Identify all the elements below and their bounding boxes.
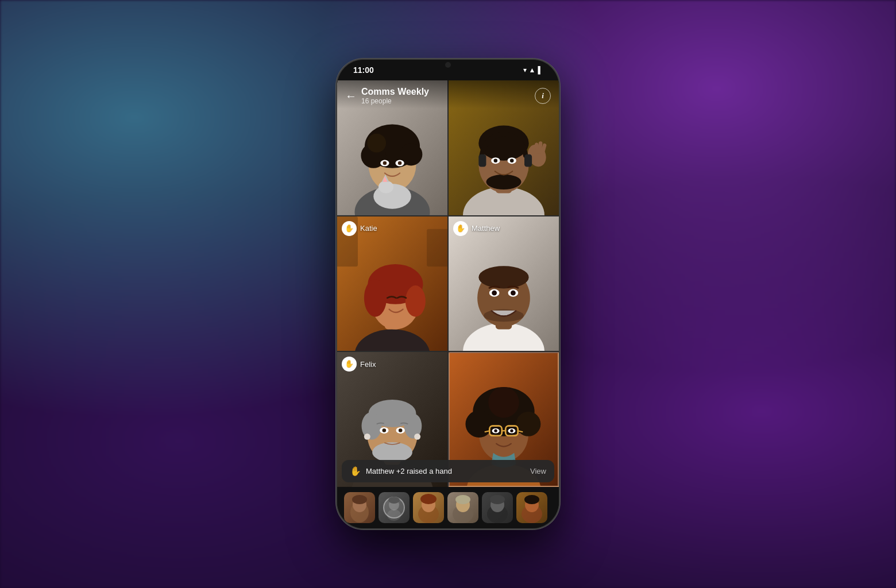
svg-point-88 [388, 497, 400, 504]
svg-point-23 [494, 158, 498, 163]
svg-point-79 [494, 430, 497, 432]
participant-name-katie: Katie [360, 224, 377, 233]
thumb-bg-5 [482, 492, 513, 523]
hand-badge-felix: ✋ [342, 357, 357, 372]
svg-point-25 [510, 158, 514, 163]
svg-point-21 [486, 175, 521, 189]
svg-rect-30 [478, 154, 486, 167]
svg-point-64 [414, 434, 420, 440]
svg-point-84 [352, 495, 367, 504]
participant-label-matthew: ✋ Matthew [453, 221, 500, 236]
status-time: 11:00 [353, 65, 374, 75]
hand-badge-matthew: ✋ [453, 221, 468, 236]
svg-point-63 [364, 434, 370, 440]
svg-rect-40 [427, 229, 447, 266]
thumb-bg-4 [447, 492, 478, 523]
back-button[interactable]: ← [345, 90, 357, 102]
svg-point-7 [367, 134, 386, 153]
svg-point-100 [524, 495, 539, 504]
svg-point-11 [398, 161, 402, 165]
notification-view-button[interactable]: View [530, 467, 546, 475]
thumbnail-6[interactable] [516, 492, 547, 523]
svg-point-47 [492, 290, 497, 295]
svg-point-91 [420, 494, 437, 504]
svg-point-97 [490, 495, 505, 504]
notification-banner: ✋ Matthew +2 raised a hand View [342, 460, 554, 482]
thumb-bg-2 [379, 492, 410, 523]
thumbnail-row [337, 487, 559, 528]
info-button[interactable]: i [535, 88, 551, 104]
camera-notch [445, 62, 451, 68]
svg-point-72 [488, 387, 519, 418]
video-cell-matthew: ✋ Matthew [449, 216, 559, 351]
thumbnail-2[interactable] [379, 492, 410, 523]
signal-icon: ▲ [529, 66, 536, 75]
svg-point-45 [478, 266, 528, 288]
participant-name-matthew: Matthew [472, 224, 500, 233]
thumb-bg-3 [413, 492, 444, 523]
svg-point-49 [511, 290, 516, 295]
svg-point-81 [510, 430, 513, 432]
notification-hand-icon: ✋ [350, 466, 361, 477]
status-bar: 11:00 ▾ ▲ ▌ [337, 60, 559, 80]
phone-shell: 11:00 ▾ ▲ ▌ ← Comms Weekly 16 people [336, 59, 560, 529]
svg-point-13 [379, 181, 393, 194]
status-icons: ▾ ▲ ▌ [523, 66, 543, 75]
thumbnail-3[interactable] [413, 492, 444, 523]
svg-rect-31 [524, 154, 532, 167]
call-title: Comms Weekly [361, 86, 429, 97]
svg-point-60 [383, 428, 387, 432]
call-area: ← Comms Weekly 16 people i [337, 80, 559, 528]
call-subtitle: 16 people [361, 97, 429, 105]
notification-left: ✋ Matthew +2 raised a hand [350, 466, 452, 477]
wifi-icon: ▾ [523, 66, 527, 75]
call-title-group: Comms Weekly 16 people [361, 86, 429, 105]
participant-label-katie: ✋ Katie [342, 221, 377, 236]
svg-point-9 [383, 161, 387, 165]
svg-point-86 [387, 509, 401, 521]
battery-icon: ▌ [538, 66, 543, 75]
video-cell-katie: ✋ Katie [337, 216, 447, 351]
hand-badge-katie: ✋ [342, 221, 357, 236]
thumb-bg-1 [344, 492, 375, 523]
thumbnail-1[interactable] [344, 492, 375, 523]
thumb-bg-6 [516, 492, 547, 523]
svg-point-62 [399, 428, 403, 432]
svg-point-94 [455, 495, 470, 504]
thumbnail-4[interactable] [447, 492, 478, 523]
svg-point-38 [405, 285, 426, 317]
svg-point-70 [465, 411, 492, 438]
call-header: ← Comms Weekly 16 people i [337, 80, 559, 109]
phone-device: 11:00 ▾ ▲ ▌ ← Comms Weekly 16 people [336, 59, 560, 529]
svg-point-50 [484, 309, 524, 322]
video-grid: ✋ Katie [337, 80, 559, 487]
phone-screen: 11:00 ▾ ▲ ▌ ← Comms Weekly 16 people [337, 60, 559, 528]
notification-text: Matthew +2 raised a hand [366, 467, 452, 475]
participant-label-felix: ✋ Felix [342, 357, 376, 372]
header-left: ← Comms Weekly 16 people [345, 86, 429, 105]
svg-point-71 [516, 412, 540, 436]
thumbnail-5[interactable] [482, 492, 513, 523]
svg-point-37 [364, 279, 387, 316]
participant-name-felix: Felix [360, 360, 376, 369]
